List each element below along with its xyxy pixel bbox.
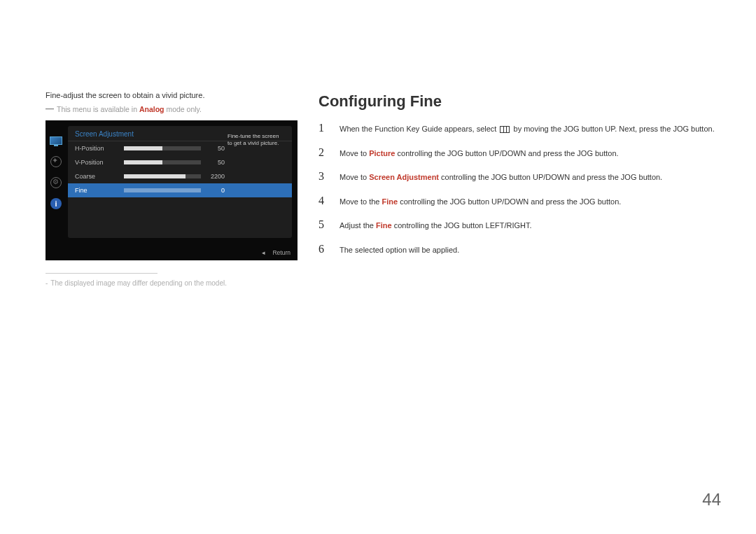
monitor-icon	[48, 133, 64, 148]
page-number: 44	[702, 490, 721, 510]
step-item: 6The selected option will be applied.	[318, 243, 721, 256]
return-label: Return	[262, 249, 290, 256]
settings-icon	[48, 154, 64, 169]
osd-row-coarse: Coarse2200	[68, 169, 292, 183]
osd-screenshot: i Screen Adjustment Fine-tune the screen…	[46, 120, 298, 260]
osd-slider	[124, 160, 201, 164]
analog-note: ― This menu is available in Analog mode …	[46, 105, 298, 113]
gear-icon	[48, 175, 64, 190]
osd-label: V-Position	[75, 159, 124, 166]
osd-value: 50	[205, 145, 225, 152]
osd-sidebar: i	[46, 120, 66, 260]
footnote: - The displayed image may differ dependi…	[46, 279, 298, 287]
intro-text: Fine-adjust the screen to obtain a vivid…	[46, 91, 298, 99]
osd-row-vposition: V-Position50	[68, 155, 292, 169]
osd-panel: Screen Adjustment Fine-tune the screen t…	[68, 126, 292, 238]
step-text: Move to Screen Adjustment controlling th…	[340, 171, 662, 183]
osd-row-fine: Fine0	[68, 183, 292, 197]
footnote-dash-icon: -	[46, 279, 48, 287]
divider	[46, 273, 158, 274]
step-number: 3	[318, 170, 328, 183]
step-number: 1	[318, 122, 328, 134]
note-dash-icon: ―	[46, 105, 54, 112]
step-text: Adjust the Fine controlling the JOG butt…	[340, 220, 532, 232]
step-item: 1When the Function Key Guide appears, se…	[318, 122, 721, 135]
info-icon: i	[48, 196, 64, 211]
osd-slider	[124, 188, 201, 192]
osd-value: 2200	[205, 173, 225, 180]
osd-value: 50	[205, 159, 225, 166]
step-item: 4Move to the Fine controlling the JOG bu…	[318, 195, 721, 208]
step-number: 5	[318, 218, 328, 231]
osd-label: Fine	[75, 187, 124, 194]
osd-row-hposition: H-Position50	[68, 141, 292, 155]
step-text: Move to Picture controlling the JOG butt…	[340, 148, 619, 160]
step-number: 4	[318, 195, 328, 207]
step-item: 2Move to Picture controlling the JOG but…	[318, 146, 721, 160]
step-text: The selected option will be applied.	[340, 244, 459, 256]
step-item: 3Move to Screen Adjustment controlling t…	[318, 170, 721, 183]
step-number: 2	[318, 146, 328, 159]
osd-label: H-Position	[75, 145, 124, 152]
section-title: Configuring Fine	[318, 92, 721, 111]
step-number: 6	[318, 243, 328, 255]
osd-slider	[124, 174, 201, 178]
osd-slider	[124, 146, 201, 150]
step-text: Move to the Fine controlling the JOG but…	[340, 196, 621, 208]
menu-icon	[500, 126, 510, 133]
step-text: When the Function Key Guide appears, sel…	[340, 123, 715, 135]
note-text: This menu is available in Analog mode on…	[57, 105, 202, 113]
osd-value: 0	[205, 187, 225, 194]
osd-label: Coarse	[75, 173, 124, 180]
step-item: 5Adjust the Fine controlling the JOG but…	[318, 218, 721, 232]
